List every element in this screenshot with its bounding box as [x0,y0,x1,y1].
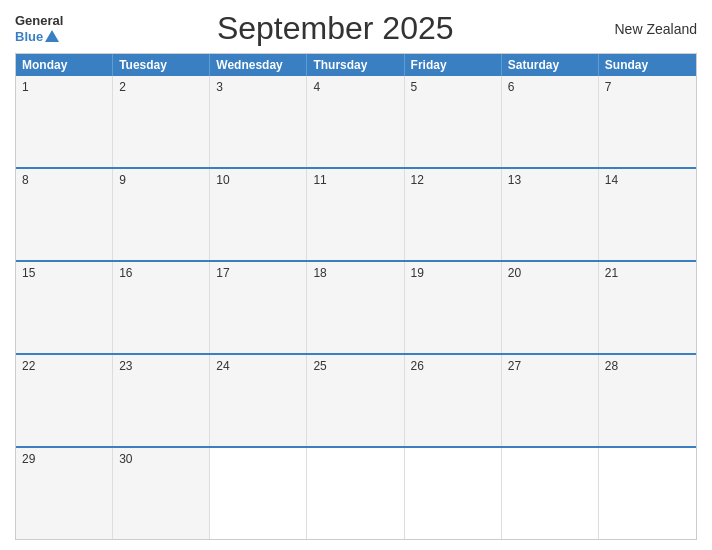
calendar-week-4: 22232425262728 [16,353,696,446]
calendar-cell: 21 [599,262,696,353]
day-number: 21 [605,266,618,280]
header-day-sunday: Sunday [599,54,696,76]
calendar-cell: 6 [502,76,599,167]
calendar-cell: 23 [113,355,210,446]
calendar-week-1: 1234567 [16,76,696,167]
day-number: 29 [22,452,35,466]
calendar-cell [502,448,599,539]
header: General Blue September 2025 New Zealand [15,10,697,47]
calendar-cell: 30 [113,448,210,539]
calendar-cell: 15 [16,262,113,353]
day-number: 6 [508,80,515,94]
page: General Blue September 2025 New Zealand … [0,0,712,550]
calendar-title: September 2025 [63,10,607,47]
calendar-cell: 27 [502,355,599,446]
calendar-cell: 14 [599,169,696,260]
calendar-cell: 25 [307,355,404,446]
calendar-cell: 22 [16,355,113,446]
logo-triangle-icon [45,30,59,42]
calendar-header: MondayTuesdayWednesdayThursdayFridaySatu… [16,54,696,76]
day-number: 1 [22,80,29,94]
header-day-friday: Friday [405,54,502,76]
calendar-cell [210,448,307,539]
calendar-cell: 20 [502,262,599,353]
day-number: 5 [411,80,418,94]
day-number: 30 [119,452,132,466]
header-day-monday: Monday [16,54,113,76]
day-number: 3 [216,80,223,94]
calendar-cell: 28 [599,355,696,446]
calendar-week-2: 891011121314 [16,167,696,260]
day-number: 11 [313,173,326,187]
calendar-cell: 1 [16,76,113,167]
day-number: 26 [411,359,424,373]
day-number: 14 [605,173,618,187]
day-number: 19 [411,266,424,280]
day-number: 8 [22,173,29,187]
calendar-cell: 26 [405,355,502,446]
calendar-cell: 19 [405,262,502,353]
calendar-cell: 18 [307,262,404,353]
calendar-cell [599,448,696,539]
calendar-body: 1234567891011121314151617181920212223242… [16,76,696,539]
day-number: 20 [508,266,521,280]
day-number: 13 [508,173,521,187]
day-number: 7 [605,80,612,94]
calendar-cell: 16 [113,262,210,353]
day-number: 15 [22,266,35,280]
calendar-week-5: 2930 [16,446,696,539]
day-number: 27 [508,359,521,373]
day-number: 16 [119,266,132,280]
logo-blue-text: Blue [15,29,63,45]
country-label: New Zealand [607,21,697,37]
calendar-cell: 10 [210,169,307,260]
calendar-cell [405,448,502,539]
header-day-wednesday: Wednesday [210,54,307,76]
calendar-cell: 8 [16,169,113,260]
calendar-cell: 5 [405,76,502,167]
calendar-cell: 13 [502,169,599,260]
header-day-thursday: Thursday [307,54,404,76]
header-day-tuesday: Tuesday [113,54,210,76]
day-number: 28 [605,359,618,373]
calendar-cell: 24 [210,355,307,446]
day-number: 22 [22,359,35,373]
day-number: 18 [313,266,326,280]
day-number: 24 [216,359,229,373]
day-number: 12 [411,173,424,187]
calendar: MondayTuesdayWednesdayThursdayFridaySatu… [15,53,697,540]
day-number: 10 [216,173,229,187]
calendar-week-3: 15161718192021 [16,260,696,353]
calendar-cell: 9 [113,169,210,260]
day-number: 17 [216,266,229,280]
day-number: 9 [119,173,126,187]
calendar-cell: 2 [113,76,210,167]
day-number: 25 [313,359,326,373]
calendar-cell: 12 [405,169,502,260]
calendar-cell: 4 [307,76,404,167]
day-number: 23 [119,359,132,373]
calendar-cell: 7 [599,76,696,167]
calendar-cell: 11 [307,169,404,260]
day-number: 2 [119,80,126,94]
calendar-cell: 29 [16,448,113,539]
calendar-cell [307,448,404,539]
calendar-cell: 17 [210,262,307,353]
header-day-saturday: Saturday [502,54,599,76]
calendar-cell: 3 [210,76,307,167]
logo-general-text: General [15,13,63,29]
day-number: 4 [313,80,320,94]
logo: General Blue [15,13,63,44]
